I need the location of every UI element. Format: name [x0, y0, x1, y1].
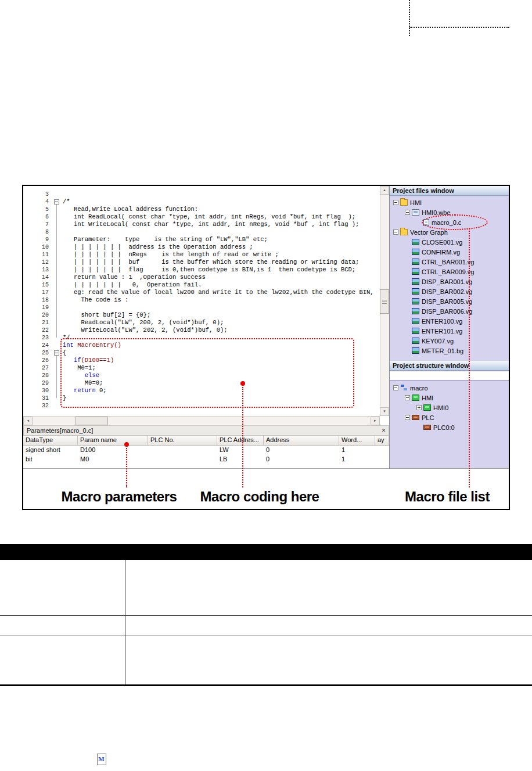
- tree-item-label: KEY007.vg: [422, 338, 454, 345]
- tree-expander-minus-icon[interactable]: [393, 200, 398, 205]
- macro-coding-annotation-rect: [60, 338, 354, 408]
- fold-margin: [53, 266, 63, 274]
- line-number: 32: [23, 402, 53, 410]
- fold-margin: [53, 319, 63, 327]
- tree-item-label: CTRL_BAR009.vg: [422, 268, 475, 275]
- column-header[interactable]: DataType: [23, 436, 78, 446]
- tree-item-disp-bar005-vg[interactable]: DISP_BAR005.vg: [390, 296, 509, 306]
- tree-item-label: DISP_BAR002.vg: [422, 288, 472, 295]
- line-number: 18: [23, 296, 53, 304]
- macro-coding-here-label: Macro coding here: [187, 489, 332, 507]
- code-line-text: return value : 1 ,Operation success: [63, 274, 380, 281]
- code-line-text: short buf[2] = {0};: [63, 311, 380, 319]
- tree-item-macro[interactable]: macro: [390, 383, 509, 393]
- macro-file-icon: M: [96, 753, 107, 766]
- column-header[interactable]: PLC Addres...: [217, 436, 264, 446]
- tree-item-hmi0[interactable]: HMI0: [390, 403, 509, 413]
- tree-item-disp-bar002-vg[interactable]: DISP_BAR002.vg: [390, 286, 509, 296]
- code-line-text: | | | | | | | flag is 0,then codetype is…: [63, 266, 380, 274]
- tree-item-meter-01-bg[interactable]: METER_01.bg: [390, 346, 509, 356]
- tree-expander-minus-icon[interactable]: [405, 395, 410, 400]
- tree-item-enter101-vg[interactable]: ENTER101.vg: [390, 326, 509, 336]
- screenshot-figure: 34/*5 Read,Write Local address function:…: [22, 185, 510, 510]
- parameter-row[interactable]: bitM0LB01: [23, 455, 389, 464]
- parameter-row[interactable]: signed shortD100LW01: [23, 446, 389, 455]
- tree-item-disp-bar006-vg[interactable]: DISP_BAR006.vg: [390, 306, 509, 316]
- tree-expander-plus-icon[interactable]: [416, 405, 422, 410]
- hmi-green-icon: [412, 395, 419, 401]
- fold-margin: [53, 213, 63, 221]
- structure-blank-field[interactable]: [390, 371, 509, 381]
- code-line-text: int WriteLocal( const char *type, int ad…: [63, 221, 380, 228]
- vg-icon: [412, 239, 419, 245]
- code-line: 3: [23, 191, 380, 198]
- scroll-right-arrow-icon[interactable]: ►: [371, 417, 380, 425]
- table-row-divider: [0, 636, 532, 636]
- code-line: 14 return value : 1 ,Operation success: [23, 274, 380, 281]
- horizontal-scroll-thumb[interactable]: [76, 417, 108, 425]
- project-structure-window-header[interactable]: Project structure window: [390, 361, 509, 371]
- scroll-up-arrow-icon[interactable]: ▲: [380, 186, 389, 195]
- tree-item-label: CTRL_BAR001.vg: [422, 259, 475, 266]
- vg-icon: [412, 328, 419, 334]
- fold-collapse-icon[interactable]: [54, 199, 59, 205]
- plc-icon: [423, 425, 431, 430]
- vertical-scroll-thumb[interactable]: [380, 289, 389, 314]
- parameters-title-bar: Parameters[macro_0.c] ×: [23, 425, 389, 436]
- fold-margin: [53, 289, 63, 296]
- fold-collapse-icon[interactable]: [54, 350, 59, 356]
- code-line: 12 | | | | | | | buf is the buffer which…: [23, 259, 380, 266]
- project-icon: [400, 385, 408, 391]
- code-line-text: ReadLocal("LW", 200, 2, (void*)buf, 0);: [63, 319, 380, 327]
- tree-item-confirm-vg[interactable]: CONFIRM.vg: [390, 247, 509, 257]
- tree-item-plc0-0[interactable]: PLC0:0: [390, 422, 509, 432]
- fold-margin: [53, 221, 63, 228]
- project-files-window-header[interactable]: Project files window: [390, 186, 509, 196]
- tree-expander-minus-icon[interactable]: [393, 229, 398, 235]
- tree-item-disp-bar001-vg[interactable]: DISP_BAR001.vg: [390, 277, 509, 286]
- horizontal-scrollbar[interactable]: ◄ ►: [23, 416, 380, 425]
- tree-expander-minus-icon[interactable]: [405, 415, 410, 420]
- code-line: 15 | | | | | | | 0, Operation fail.: [23, 281, 380, 289]
- tree-item-hmi[interactable]: HMI: [390, 198, 509, 207]
- fold-margin: [53, 311, 63, 319]
- column-header[interactable]: Param name: [78, 436, 148, 446]
- parameters-table-rows: signed shortD100LW01bitM0LB01: [23, 446, 389, 464]
- tree-item-key007-vg[interactable]: KEY007.vg: [390, 336, 509, 346]
- fold-margin: [53, 281, 63, 289]
- line-number: 4: [23, 198, 53, 206]
- column-header[interactable]: Word...: [339, 436, 375, 446]
- code-line-text: [63, 304, 380, 311]
- tree-item-label: PLC: [422, 414, 434, 421]
- line-number: 14: [23, 274, 53, 281]
- vg-icon: [412, 278, 419, 285]
- macro-parameters-label: Macro parameters: [46, 489, 192, 507]
- manual-page: 34/*5 Read,Write Local address function:…: [0, 0, 532, 771]
- fold-margin: [53, 191, 63, 198]
- tree-expander-minus-icon[interactable]: [405, 210, 410, 215]
- parameter-cell: [375, 446, 389, 455]
- tree-item-ctrl-bar001-vg[interactable]: CTRL_BAR001.vg: [390, 257, 509, 267]
- document-table-body: [0, 560, 532, 686]
- tree-item-ctrl-bar009-vg[interactable]: CTRL_BAR009.vg: [390, 267, 509, 277]
- tree-item-close001-vg[interactable]: CLOSE001.vg: [390, 237, 509, 247]
- tree-item-label: CLOSE001.vg: [422, 239, 462, 246]
- code-line-text: /*: [63, 198, 380, 206]
- scroll-left-arrow-icon[interactable]: ◄: [23, 417, 33, 425]
- tree-item-enter100-vg[interactable]: ENTER100.vg: [390, 316, 509, 326]
- document-table-header: [0, 544, 532, 560]
- macro-file-list-label: Macro file list: [375, 489, 520, 507]
- tree-item-plc[interactable]: PLC: [390, 413, 509, 422]
- tree-expander-minus-icon[interactable]: [393, 385, 398, 390]
- tree-item-label: PLC0:0: [433, 424, 455, 431]
- code-line: 11 | | | | | | | nRegs is the length of …: [23, 251, 380, 259]
- scroll-down-arrow-icon[interactable]: ▼: [380, 407, 389, 416]
- code-line: 22 WriteLocal("LW", 202, 2, (void*)buf, …: [23, 327, 380, 334]
- column-header[interactable]: Address: [264, 436, 339, 446]
- vertical-scrollbar[interactable]: ▲ ▼: [380, 186, 389, 416]
- close-icon[interactable]: ×: [382, 427, 386, 434]
- vg-icon: [412, 249, 419, 255]
- column-header[interactable]: PLC No.: [148, 436, 217, 446]
- column-header[interactable]: ay: [375, 436, 389, 446]
- tree-item-hmi[interactable]: HMI: [390, 393, 509, 403]
